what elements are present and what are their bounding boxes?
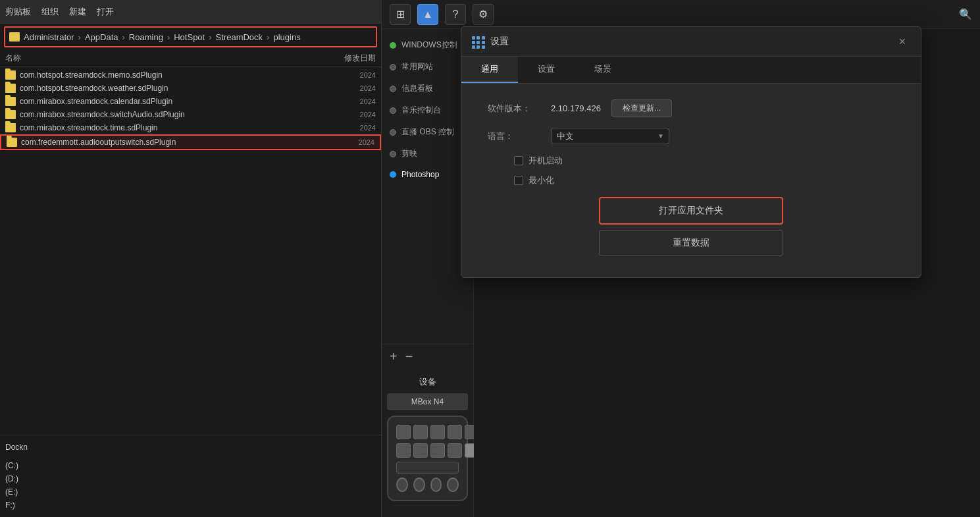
sd-topbar-left: ⊞ ▲ ? ⚙ — [390, 4, 494, 25]
key-2-2[interactable] — [413, 443, 428, 458]
tab-settings[interactable]: 设置 — [518, 57, 575, 83]
key-1-4[interactable] — [448, 425, 462, 439]
breadcrumb-part-1[interactable]: AppData — [85, 32, 118, 42]
breadcrumb-part-2[interactable]: Roaming — [129, 32, 163, 42]
key-1-2[interactable] — [413, 425, 428, 439]
file-date-1: 2024 — [343, 84, 376, 92]
reset-data-button[interactable]: 重置数据 — [599, 230, 783, 256]
music-dot — [390, 107, 396, 114]
copy-icon-btn[interactable]: ⊞ — [390, 4, 411, 25]
sidebar-item-info[interactable]: 信息看板 — [382, 78, 473, 99]
folder-icon-5 — [7, 138, 17, 147]
info-dot — [390, 86, 396, 92]
settings-body: 软件版本： 2.10.179.426 检查更新... 语言： 中文 Englis… — [461, 84, 921, 277]
toolbar-new[interactable]: 新建 — [69, 6, 86, 18]
startup-checkbox[interactable] — [514, 156, 523, 165]
device-visual — [387, 416, 468, 501]
file-item-5[interactable]: com.fredemmott.audiooutputswitch.sdPlugi… — [0, 134, 381, 150]
obs-dot — [390, 129, 396, 136]
arrow-icon-btn[interactable]: ▲ — [417, 4, 438, 25]
sidebar-item-label-5: 剪映 — [401, 148, 417, 159]
sidebar-item-photoshop[interactable]: Photoshop — [382, 165, 473, 184]
streamdock-panel: ⊞ ▲ ? ⚙ 🔍 WINDOWS控制 常用网站 信息看板 音乐控制台 — [382, 0, 980, 517]
file-name-0: com.hotspot.streamdock.memo.sdPlugin — [20, 70, 339, 80]
file-explorer: 剪贴板 组织 新建 打开 Administrator › AppData › R… — [0, 0, 382, 517]
version-value: 2.10.179.426 — [551, 103, 601, 113]
sd-topbar: ⊞ ▲ ? ⚙ 🔍 — [382, 0, 980, 29]
key-grid-row1 — [396, 425, 459, 439]
photoshop-dot — [390, 171, 396, 178]
device-section-label: 设备 — [382, 373, 473, 393]
file-item-2[interactable]: com.mirabox.streamdock.calendar.sdPlugin… — [0, 95, 381, 108]
tab-scene[interactable]: 场景 — [575, 57, 631, 83]
file-date-0: 2024 — [343, 71, 376, 79]
add-action-btn[interactable]: + — [390, 350, 398, 363]
breadcrumb-part-0[interactable]: Administrator — [24, 32, 74, 42]
key-1-3[interactable] — [430, 425, 445, 439]
language-row: 语言： 中文 English ▼ — [488, 128, 894, 144]
key-grid-row2 — [396, 443, 459, 458]
sidebar-drive-c[interactable]: (C:) — [5, 459, 376, 472]
key-wide[interactable] — [396, 462, 459, 474]
startup-row: 开机启动 — [514, 155, 894, 167]
breadcrumb-text: Administrator › AppData › Roaming › HotS… — [24, 32, 301, 42]
sd-bottom-actions: + − — [382, 344, 473, 368]
minimize-checkbox[interactable] — [514, 176, 523, 185]
folder-icon-0 — [5, 70, 16, 80]
key-2-3[interactable] — [430, 443, 445, 458]
knob-4[interactable] — [447, 477, 459, 492]
key-2-1[interactable] — [396, 443, 411, 458]
file-name-2: com.mirabox.streamdock.calendar.sdPlugin — [20, 97, 339, 106]
sidebar-item-websites[interactable]: 常用网站 — [382, 56, 473, 78]
folder-icon-3 — [5, 110, 16, 119]
sidebar-bottom: Dockn (C:) (D:) (E:) F:) — [0, 435, 381, 517]
file-date-4: 2024 — [343, 124, 376, 132]
settings-close-button[interactable]: × — [894, 34, 910, 49]
tab-general[interactable]: 通用 — [461, 57, 518, 83]
settings-grid-icon — [472, 36, 485, 47]
file-item-3[interactable]: com.mirabox.streamdock.switchAudio.sdPlu… — [0, 108, 381, 121]
toolbar-organize[interactable]: 组织 — [41, 6, 59, 18]
knob-1[interactable] — [396, 477, 408, 492]
sidebar-dockn[interactable]: Dockn — [5, 441, 376, 454]
breadcrumb[interactable]: Administrator › AppData › Roaming › HotS… — [4, 26, 377, 47]
toolbar-clipboard[interactable]: 剪贴板 — [5, 6, 31, 18]
key-2-4[interactable] — [448, 443, 462, 458]
file-list: com.hotspot.streamdock.memo.sdPlugin 202… — [0, 67, 381, 435]
settings-tabs: 通用 设置 场景 — [461, 57, 921, 84]
remove-action-btn[interactable]: − — [405, 350, 413, 363]
sidebar-drive-f[interactable]: F:) — [5, 499, 376, 512]
sidebar-item-label-6: Photoshop — [401, 170, 439, 179]
key-1-1[interactable] — [396, 425, 411, 439]
sidebar-drive-e[interactable]: (E:) — [5, 485, 376, 499]
settings-titlebar: 设置 × — [461, 27, 921, 57]
col-modified-header: 修改日期 — [323, 53, 376, 64]
file-item-4[interactable]: com.mirabox.streamdock.time.sdPlugin 202… — [0, 121, 381, 134]
sidebar-item-obs[interactable]: 直播 OBS 控制 — [382, 121, 473, 143]
sidebar-item-jianying[interactable]: 剪映 — [382, 143, 473, 165]
language-select[interactable]: 中文 English — [551, 128, 669, 144]
sidebar-item-label-4: 直播 OBS 控制 — [401, 126, 454, 138]
toolbar-open[interactable]: 打开 — [97, 6, 114, 18]
help-icon-btn[interactable]: ? — [445, 4, 466, 25]
sd-device-section: 设备 MBox N4 — [382, 368, 473, 512]
file-item-1[interactable]: com.hotspot.streamdock.weather.sdPlugin … — [0, 82, 381, 95]
knob-2[interactable] — [413, 477, 425, 492]
sidebar-item-windows[interactable]: WINDOWS控制 — [382, 34, 473, 56]
language-select-wrapper: 中文 English ▼ — [551, 128, 669, 144]
sidebar-item-music[interactable]: 音乐控制台 — [382, 99, 473, 121]
sidebar-item-label-0: WINDOWS控制 — [401, 40, 457, 51]
breadcrumb-part-5[interactable]: plugins — [273, 32, 300, 42]
knob-3[interactable] — [430, 477, 442, 492]
file-name-5: com.fredemmott.audiooutputswitch.sdPlugi… — [21, 138, 338, 147]
sidebar-drive-d[interactable]: (D:) — [5, 472, 376, 485]
jianying-dot — [390, 151, 396, 157]
check-update-button[interactable]: 检查更新... — [611, 99, 672, 117]
gear-icon-btn[interactable]: ⚙ — [473, 4, 494, 25]
breadcrumb-part-4[interactable]: StreamDock — [216, 32, 263, 42]
search-icon[interactable]: 🔍 — [959, 8, 972, 20]
file-item-0[interactable]: com.hotspot.streamdock.memo.sdPlugin 202… — [0, 68, 381, 82]
file-date-2: 2024 — [343, 97, 376, 105]
open-folder-button[interactable]: 打开应用文件夹 — [599, 197, 783, 225]
breadcrumb-part-3[interactable]: HotSpot — [174, 32, 205, 42]
